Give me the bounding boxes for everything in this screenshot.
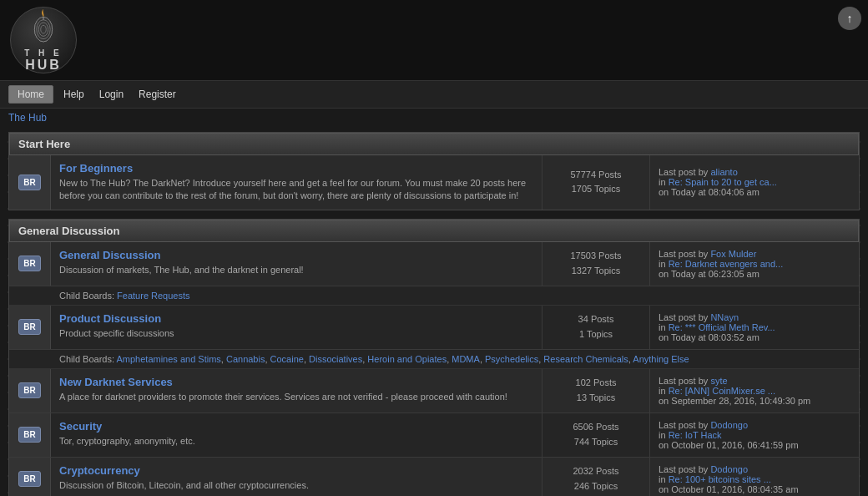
stat-posts-pd: 34 Posts [551,312,641,327]
lastpost-topic-security[interactable]: Re: IoT Hack [669,430,722,440]
board-title-security[interactable]: Security [59,420,102,433]
lastpost-in-gd: in Re: Darknet avengers and... [659,259,850,269]
section-start-here: Start Here BR For Beginners New to The H… [8,132,860,210]
lastpost-in-crypto: in Re: 100+ bitcoins sites ... [659,474,850,484]
board-row-product-discussion: BR Product Discussion Product specific d… [9,306,859,350]
lastpost-topic-for-beginners[interactable]: Re: Spain to 20 to get ca... [669,177,777,187]
child-board-psychedelics[interactable]: Psychedelics [485,354,538,364]
logo-the-text: T H E [24,48,63,58]
nav-home-button[interactable]: Home [8,85,53,104]
stat-topics-security: 744 Topics [551,435,641,450]
br-badge-nds: BR [18,382,40,398]
stat-topics-pd: 1 Topics [551,327,641,342]
board-lastpost-for-beginners: Last post by alianto in Re: Spain to 20 … [650,155,859,210]
stat-posts-gd: 17503 Posts [551,249,641,264]
child-board-dissociatives[interactable]: Dissociatives [309,354,362,364]
board-desc-cryptocurrency: Discussion of Bitcoin, Litecoin, and all… [59,479,533,492]
lastpost-user-for-beginners[interactable]: alianto [710,167,737,177]
lastpost-date-for-beginners: on Today at 08:04:06 am [659,187,850,197]
section-start-here-header: Start Here [9,133,859,155]
scroll-top-button[interactable]: ↑ [838,7,861,30]
lastpost-user-pd[interactable]: NNayn [710,312,739,322]
section-general-discussion: General Discussion BR General Discussion… [8,219,860,496]
board-stats-for-beginners: 57774 Posts 1705 Topics [542,155,650,210]
lastpost-user-gd[interactable]: Fox Mulder [710,249,756,259]
board-stats-nds: 102 Posts 13 Topics [542,369,650,412]
stat-posts-security: 6506 Posts [551,420,641,435]
board-lastpost-nds: Last post by syte in Re: [ANN] CoinMixer… [650,369,859,412]
stat-topics-for-beginners: 1705 Topics [551,182,641,197]
lastpost-in-pd: in Re: *** Official Meth Rev... [659,322,850,332]
nav-login-link[interactable]: Login [94,86,129,103]
header: T H E HUB ↑ [0,0,868,81]
board-desc-security: Tor, cryptography, anonymity, etc. [59,435,533,448]
board-info-nds: New Darknet Services A place for darknet… [51,369,542,412]
lastpost-in-security: in Re: IoT Hack [659,430,850,440]
board-icon-cryptocurrency: BR [9,458,51,496]
child-board-cocaine[interactable]: Cocaine [270,354,304,364]
board-row-new-darknet-services: BR New Darknet Services A place for dark… [9,369,859,413]
lastpost-date-crypto: on October 01, 2016, 08:04:35 am [659,484,850,494]
board-row-security: BR Security Tor, cryptography, anonymity… [9,413,859,458]
child-board-mdma[interactable]: MDMA [452,354,480,364]
board-lastpost-security: Last post by Dodongo in Re: IoT Hack on … [650,413,859,457]
board-lastpost-cryptocurrency: Last post by Dodongo in Re: 100+ bitcoin… [650,458,859,496]
board-title-for-beginners[interactable]: For Beginners [59,162,133,175]
board-stats-product-discussion: 34 Posts 1 Topics [542,306,650,349]
lastpost-by-crypto: Last post by Dodongo [659,464,850,474]
board-lastpost-general-discussion: Last post by Fox Mulder in Re: Darknet a… [650,242,859,286]
stat-posts-for-beginners: 57774 Posts [551,168,641,183]
board-icon-general-discussion: BR [9,242,51,286]
nav-register-link[interactable]: Register [134,86,181,103]
br-badge-pd: BR [18,319,40,335]
child-boards-label-pd: Child Boards: [59,354,116,364]
board-info-cryptocurrency: Cryptocurrency Discussion of Bitcoin, Li… [51,458,542,496]
br-badge-gd: BR [18,256,40,271]
lastpost-user-crypto[interactable]: Dodongo [710,464,748,474]
lastpost-date-gd: on Today at 06:23:05 am [659,269,850,279]
board-icon-product-discussion: BR [9,306,51,349]
lastpost-by-gd: Last post by Fox Mulder [659,249,850,259]
lastpost-user-nds[interactable]: syte [710,376,727,386]
board-info-security: Security Tor, cryptography, anonymity, e… [51,413,542,457]
child-board-research-chemicals[interactable]: Research Chemicals [543,354,628,364]
lastpost-user-security[interactable]: Dodongo [710,420,748,430]
svg-point-4 [34,17,52,41]
stat-posts-crypto: 2032 Posts [551,464,641,479]
board-icon-security: BR [9,413,51,457]
board-row-general-discussion: BR General Discussion Discussion of mark… [9,242,859,286]
stat-topics-nds: 13 Topics [551,391,641,406]
board-info-for-beginners: For Beginners New to The Hub? The DarkNe… [51,155,542,210]
logo-area: T H E HUB [10,7,77,73]
stat-topics-gd: 1327 Topics [551,264,641,279]
child-board-amphetamines[interactable]: Amphetamines and Stims [116,354,220,364]
lastpost-topic-crypto[interactable]: Re: 100+ bitcoins sites ... [669,474,771,484]
child-boards-product-discussion: Child Boards: Amphetamines and Stims, Ca… [9,350,859,369]
board-title-general-discussion[interactable]: General Discussion [59,249,160,261]
child-board-heroin[interactable]: Heroin and Opiates [367,354,447,364]
board-row-for-beginners: BR For Beginners New to The Hub? The Dar… [9,155,859,210]
board-title-nds[interactable]: New Darknet Services [59,376,173,388]
child-boards-general-discussion: Child Boards: Feature Requests [9,286,859,306]
lastpost-topic-pd[interactable]: Re: *** Official Meth Rev... [669,322,775,332]
board-desc-product-discussion: Product specific discussions [59,327,533,340]
child-board-cannabis[interactable]: Cannabis [226,354,265,364]
breadcrumb-home-link[interactable]: The Hub [8,112,47,124]
board-desc-general-discussion: Discussion of markets, The Hub, and the … [59,264,533,276]
logo-inner: T H E HUB [24,8,63,73]
board-title-product-discussion[interactable]: Product Discussion [59,312,161,325]
board-icon-nds: BR [9,369,51,412]
board-desc-for-beginners: New to The Hub? The DarkNet? Introduce y… [59,177,533,203]
nav-help-link[interactable]: Help [58,86,89,103]
child-board-feature-requests[interactable]: Feature Requests [117,291,189,301]
board-title-cryptocurrency[interactable]: Cryptocurrency [59,464,140,477]
lastpost-topic-nds[interactable]: Re: [ANN] CoinMixer.se ... [669,386,775,396]
child-board-anything-else[interactable]: Anything Else [633,354,689,364]
board-desc-nds: A place for darknet providers to promote… [59,391,533,403]
board-stats-general-discussion: 17503 Posts 1327 Topics [542,242,650,286]
board-stats-security: 6506 Posts 744 Topics [542,413,650,457]
board-info-product-discussion: Product Discussion Product specific disc… [51,306,542,349]
lastpost-topic-gd[interactable]: Re: Darknet avengers and... [669,259,784,269]
breadcrumb: The Hub [0,109,868,127]
section-general-discussion-header: General Discussion [9,220,859,242]
